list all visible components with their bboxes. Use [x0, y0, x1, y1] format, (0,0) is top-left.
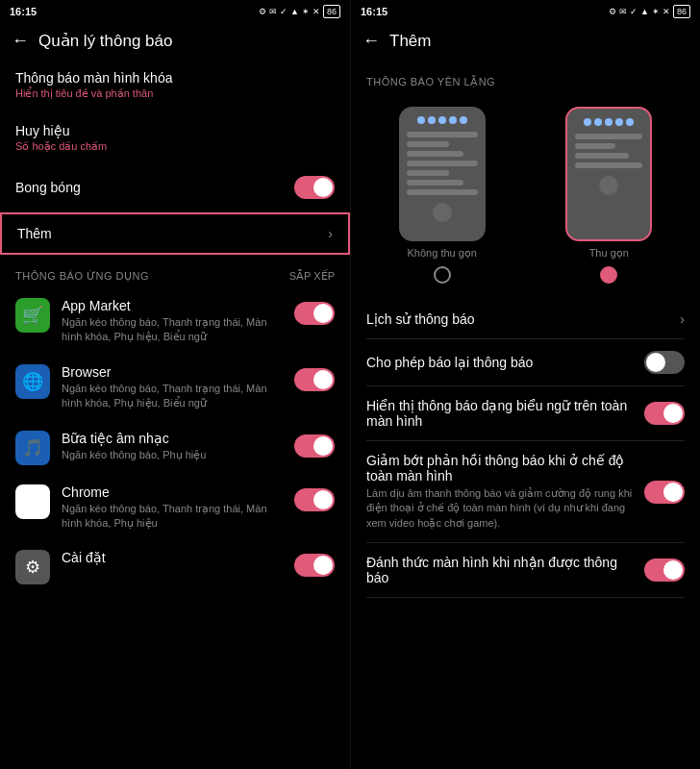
bubble-label: Bong bóng — [15, 180, 81, 195]
line6 — [407, 180, 463, 186]
toggle-reduce-response[interactable] — [644, 481, 685, 504]
app-toggle-settings[interactable] — [294, 554, 335, 577]
phone-card-not-collapsed[interactable]: Không thu gọn — [366, 107, 518, 285]
app-toggle-browser[interactable] — [294, 368, 335, 391]
app-item-browser[interactable]: 🌐 Browser Ngăn kéo thông báo, Thanh trạn… — [0, 355, 350, 421]
phone-dots-2 — [575, 118, 642, 126]
setting-lock-screen[interactable]: Thông báo màn hình khóa Hiển thị tiêu đề… — [0, 59, 350, 112]
dot-c3 — [605, 118, 612, 126]
settings-list-right: THÔNG BÁO YÊN LẶNG — [351, 59, 700, 769]
back-button-left[interactable]: ← — [12, 31, 29, 51]
app-icon-settings: ⚙ — [15, 550, 50, 584]
them-chevron-icon: › — [328, 226, 333, 241]
toggle-allow-repeat[interactable] — [644, 351, 685, 374]
app-name-chrome: Chrome — [62, 484, 283, 500]
phone-label-collapsed: Thu gọn — [589, 247, 629, 260]
app-item-chrome[interactable]: ⊙ Chrome Ngăn kéo thông báo, Thanh trạng… — [0, 475, 350, 541]
app-toggle-chrome[interactable] — [294, 488, 335, 511]
app-toggle-knob-chrome — [313, 490, 333, 509]
right-setting-wake-screen[interactable]: Đánh thức màn hình khi nhận được thông b… — [351, 543, 700, 598]
right-panel: 16:15 ⚙ ✉ ✓ ▲ ✶ ✕ 86 ← Thêm THÔNG BÁO YÊ… — [350, 0, 700, 769]
app-toggle-knob-browser — [313, 370, 333, 389]
app-desc-chrome: Ngăn kéo thông báo, Thanh trạng thái, Mà… — [62, 502, 283, 532]
sublabel-reduce-response: Làm dịu âm thanh thông báo và giảm cường… — [366, 486, 637, 531]
app-toggle-music[interactable] — [294, 434, 335, 458]
status-time-left: 16:15 — [10, 6, 37, 17]
them-label: Thêm — [17, 226, 52, 241]
app-info-settings: Cài đặt — [62, 550, 283, 565]
label-notification-history: Lịch sử thông báo — [366, 311, 672, 327]
them-item[interactable]: Thêm › — [0, 212, 350, 255]
app-info-app-market: App Market Ngăn kéo thông báo, Thanh trạ… — [62, 298, 283, 345]
badge-sublabel: Số hoặc dấu chấm — [15, 140, 107, 153]
app-name-browser: Browser — [62, 364, 283, 380]
check-icon-r: ✓ — [630, 7, 638, 16]
dot4 — [449, 116, 457, 124]
dot-c2 — [594, 118, 602, 126]
line4 — [407, 161, 478, 166]
page-header-left: ← Quản lý thông báo — [0, 23, 350, 59]
radio-collapsed[interactable] — [600, 266, 617, 284]
cline1 — [575, 134, 642, 139]
app-icon-music: 🎵 — [15, 431, 50, 465]
toggle-wake-screen[interactable] — [644, 558, 685, 582]
right-setting-allow-repeat[interactable]: Cho phép báo lại thông báo — [351, 339, 700, 386]
app-icon-app-market: 🛒 — [15, 298, 50, 333]
app-info-music: Bữa tiệc âm nhạc Ngăn kéo thông báo, Phụ… — [62, 431, 283, 462]
toggle-show-banner[interactable] — [644, 402, 685, 425]
radio-not-collapsed[interactable] — [434, 266, 451, 284]
dot5 — [460, 116, 467, 124]
app-icon-browser: 🌐 — [15, 364, 50, 399]
lock-screen-label: Thông báo màn hình khóa — [15, 70, 172, 86]
app-name-music: Bữa tiệc âm nhạc — [62, 431, 283, 446]
app-item-settings[interactable]: ⚙ Cài đặt — [0, 540, 350, 594]
setting-badge[interactable]: Huy hiệu Số hoặc dấu chấm — [0, 112, 350, 164]
app-name-settings: Cài đặt — [62, 550, 283, 565]
silent-section-header: THÔNG BÁO YÊN LẶNG — [351, 59, 700, 99]
message-icon-r: ✉ — [619, 7, 627, 16]
app-item-app-market[interactable]: 🛒 App Market Ngăn kéo thông báo, Thanh t… — [0, 288, 350, 355]
app-toggle-knob-music — [313, 436, 333, 456]
app-desc-music: Ngăn kéo thông báo, Phụ hiệu — [62, 448, 283, 462]
phone-circle2 — [599, 176, 618, 195]
lock-screen-sublabel: Hiển thị tiêu đề và phần thân — [15, 87, 172, 100]
line3 — [407, 151, 463, 157]
check-icon: ✓ — [280, 7, 288, 16]
right-setting-show-banner[interactable]: Hiển thị thông báo dạng biểu ngữ trên to… — [351, 386, 700, 441]
bubble-toggle[interactable] — [294, 176, 335, 199]
app-item-music[interactable]: 🎵 Bữa tiệc âm nhạc Ngăn kéo thông báo, P… — [0, 421, 350, 475]
back-button-right[interactable]: ← — [362, 31, 380, 51]
app-toggle-app-market[interactable] — [294, 302, 335, 325]
status-icons-right: ⚙ ✉ ✓ ▲ ✶ ✕ 86 — [609, 5, 690, 18]
radio-container-2 — [600, 265, 617, 285]
label-reduce-response: Giảm bớt phản hồi thông báo khi ở chế độ… — [366, 453, 637, 484]
dot-c1 — [584, 118, 591, 126]
page-title-right: Thêm — [389, 32, 431, 51]
status-icons-left: ⚙ ✉ ✓ ▲ ✶ ✕ 86 — [259, 5, 340, 18]
page-header-right: ← Thêm — [351, 23, 700, 59]
right-setting-reduce-response[interactable]: Giảm bớt phản hồi thông báo khi ở chế độ… — [351, 441, 700, 543]
app-name-app-market: App Market — [62, 298, 283, 313]
app-section-action[interactable]: SẮP XẾP — [289, 270, 335, 283]
battery-right: 86 — [673, 5, 690, 18]
phone-illustrations: Không thu gọn — [351, 99, 700, 300]
right-setting-notification-history[interactable]: Lịch sử thông báo › — [351, 300, 700, 339]
left-panel: 16:15 ⚙ ✉ ✓ ▲ ✶ ✕ 86 ← Quản lý thông báo… — [0, 0, 350, 769]
line7 — [407, 189, 478, 195]
phone-card-collapsed[interactable]: Thu gọn — [534, 107, 686, 285]
app-toggle-knob-app-market — [313, 304, 333, 323]
volume-icon: ✕ — [312, 7, 320, 16]
radio-container-1 — [434, 265, 451, 285]
setting-bubble[interactable]: Bong bóng — [0, 164, 350, 211]
app-section-header: THÔNG BÁO ỨNG DỤNG SẮP XẾP — [0, 257, 350, 288]
app-list: 🛒 App Market Ngăn kéo thông báo, Thanh t… — [0, 288, 350, 594]
phone-label-not-collapsed: Không thu gọn — [408, 247, 477, 260]
dot-c4 — [615, 118, 623, 126]
app-desc-browser: Ngăn kéo thông báo, Thanh trạng thái, Mà… — [62, 382, 283, 411]
line1 — [407, 132, 478, 137]
toggle-knob-reduce-response — [663, 483, 683, 502]
toggle-knob-wake-screen — [663, 560, 683, 580]
status-bar-right: 16:15 ⚙ ✉ ✓ ▲ ✶ ✕ 86 — [351, 0, 700, 23]
app-info-browser: Browser Ngăn kéo thông báo, Thanh trạng … — [62, 364, 283, 411]
badge-label: Huy hiệu — [15, 123, 107, 138]
